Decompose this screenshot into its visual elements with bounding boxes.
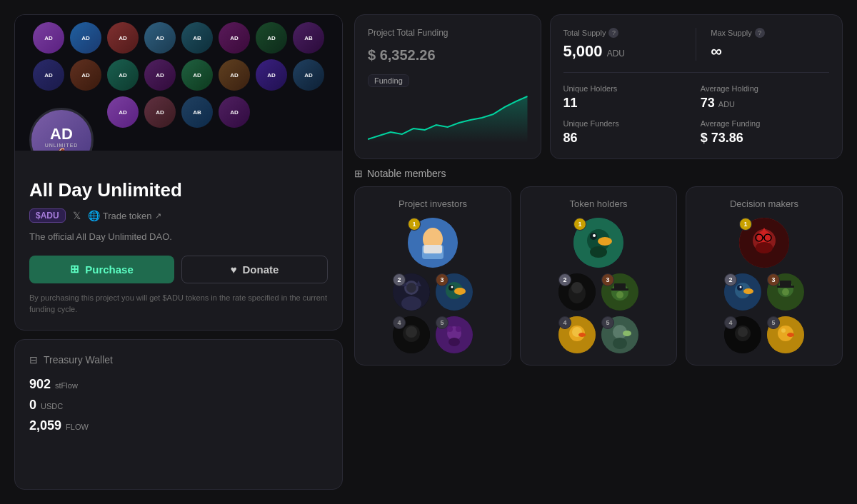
avg-funding-stat: Average Funding $ 73.86 — [701, 119, 829, 146]
max-supply-label: Max Supply ? — [711, 28, 829, 38]
svg-point-28 — [590, 246, 607, 258]
treasury-unit-flow: FLOW — [66, 423, 89, 431]
svg-point-52 — [756, 242, 773, 253]
total-supply-label: Total Supply ? — [563, 28, 682, 38]
holder-badge-1: 1 — [573, 218, 586, 231]
notable-members-title: ⊞ Notable members — [354, 168, 843, 179]
svg-point-25 — [598, 237, 612, 246]
svg-rect-35 — [611, 288, 628, 291]
funding-amount: $ 6,352.26 — [368, 41, 528, 65]
holder-rank1[interactable]: 1 — [573, 218, 623, 268]
investors-card: Project investors — [354, 186, 511, 366]
token-badge: AD — [107, 22, 139, 54]
token-badge: AD — [33, 22, 64, 54]
token-badge: AB — [293, 22, 324, 54]
token-badge: AD — [144, 22, 176, 54]
total-supply-help[interactable]: ? — [608, 28, 618, 38]
token-badge: AD — [70, 59, 101, 91]
holder-badge-3: 3 — [601, 273, 614, 286]
investor-rank3[interactable]: 3 — [436, 273, 473, 311]
rank-badge-4: 4 — [393, 316, 406, 329]
trade-token-link[interactable]: 🌐 Trade token ↗ — [88, 210, 161, 221]
members-grid: Project investors — [354, 186, 843, 366]
decision-rank2[interactable]: 2 — [724, 273, 761, 311]
decision-badge-1: 1 — [739, 218, 752, 231]
project-card: AD AD AD AD AB AD AD AB AD AD AD AD AD A… — [14, 14, 343, 331]
funding-label: Project Total Funding — [368, 28, 528, 38]
left-panel: AD AD AD AD AB AD AD AB AD AD AD AD AD A… — [14, 14, 343, 490]
donate-icon: ♥ — [231, 263, 237, 276]
svg-point-57 — [740, 286, 742, 288]
token-badge: AD — [107, 59, 139, 91]
decision-rank5[interactable]: 5 — [767, 316, 804, 353]
token-badge: AD — [293, 59, 324, 91]
token-badge: AD — [33, 59, 64, 91]
svg-point-17 — [406, 326, 417, 338]
chart-svg — [368, 93, 528, 143]
twitter-icon[interactable]: 𝕏 — [73, 210, 81, 221]
token-badge: AD — [219, 22, 250, 54]
rank-badge-1: 1 — [408, 218, 421, 231]
svg-point-44 — [623, 331, 631, 336]
max-supply-help[interactable]: ? — [755, 28, 765, 38]
treasury-item-stflow: 902 stFlow — [29, 377, 328, 392]
rank-badge-5: 5 — [436, 316, 448, 329]
token-badge: AD — [144, 96, 176, 128]
svg-point-55 — [743, 288, 753, 294]
holder-rank4[interactable]: 4 — [558, 316, 596, 353]
donate-button[interactable]: ♥ Donate — [181, 256, 328, 283]
action-buttons: ⊞ Purchase ♥ Donate — [29, 256, 328, 283]
token-badge: AD — [70, 22, 101, 54]
avg-funding-value: $ 73.86 — [701, 131, 829, 146]
funding-chart — [368, 93, 528, 143]
treasury-unit-stflow: stFlow — [55, 381, 78, 390]
holders-card: Token holders — [520, 186, 677, 366]
holder-rank5[interactable]: 5 — [601, 316, 638, 353]
decision-makers-card: Decision makers — [686, 186, 843, 366]
holders-title: Token holders — [532, 198, 665, 209]
decision-badge-2: 2 — [724, 273, 737, 286]
holder-rank2[interactable]: 2 — [558, 273, 596, 311]
unique-funders-label: Unique Funders — [563, 119, 692, 128]
project-title: All Day Unlimited — [29, 179, 328, 201]
investors-title: Project investors — [366, 198, 499, 209]
right-panel: Project Total Funding $ 6,352.26 Funding — [354, 14, 843, 490]
supply-bottom: Unique Holders 11 Average Holding 73 ADU… — [563, 84, 830, 146]
investor-rank1[interactable]: 1 — [408, 218, 458, 268]
project-description: The official All Day Unlimited DAO. — [29, 230, 328, 244]
treasury-amount-usdc: 0 — [29, 398, 36, 413]
max-supply-value: ∞ — [711, 42, 829, 61]
treasury-amount-flow: 2,059 — [29, 418, 61, 433]
purchase-icon: ⊞ — [70, 263, 79, 276]
purchase-button[interactable]: ⊞ Purchase — [29, 256, 174, 283]
investor-rank5[interactable]: 5 — [436, 316, 473, 353]
total-supply-col: Total Supply ? 5,000 ADU — [563, 28, 697, 61]
avg-holding-label: Average Holding — [701, 84, 829, 93]
currency-symbol: $ — [368, 47, 380, 63]
token-badge: AD — [144, 59, 176, 91]
max-supply-col: Max Supply ? ∞ — [696, 28, 829, 61]
decision-rank3[interactable]: 3 — [767, 273, 804, 311]
decision-rank4[interactable]: 4 — [724, 316, 761, 353]
decision-rank1[interactable]: 1 — [739, 218, 789, 268]
svg-point-21 — [447, 326, 453, 332]
svg-point-31 — [571, 282, 583, 293]
svg-point-14 — [451, 286, 453, 288]
treasury-amount-stflow: 902 — [29, 377, 51, 392]
svg-point-20 — [448, 338, 460, 346]
svg-point-43 — [613, 338, 627, 349]
investor-rank2[interactable]: 2 — [393, 273, 430, 311]
svg-point-12 — [454, 288, 466, 295]
rank-badge-3: 3 — [436, 273, 448, 286]
holder-rank3[interactable]: 3 — [601, 273, 638, 311]
investor-rank4[interactable]: 4 — [393, 316, 430, 353]
svg-point-22 — [456, 326, 461, 332]
purchase-note: By purchasing this project you will get … — [29, 292, 328, 316]
treasury-header: ⊟ Treasury Wallet — [29, 354, 328, 366]
project-banner: AD AD AD AD AB AD AD AB AD AD AD AD AD A… — [15, 15, 342, 151]
token-badge: AB — [181, 22, 213, 54]
svg-point-40 — [578, 333, 586, 337]
svg-point-27 — [593, 234, 596, 237]
holder-badge-4: 4 — [558, 316, 571, 329]
decision-makers-title: Decision makers — [698, 198, 831, 209]
